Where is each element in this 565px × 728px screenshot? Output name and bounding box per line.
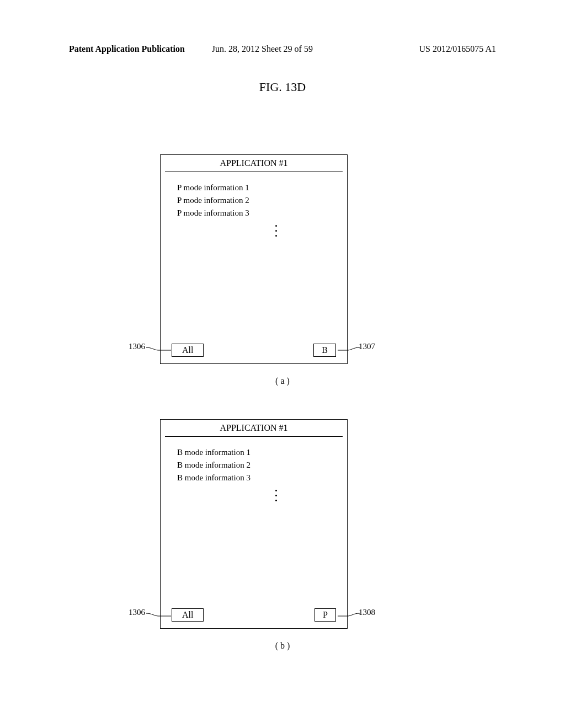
ref-1306-b: 1306 — [129, 608, 145, 617]
button-row-b: All P — [172, 608, 336, 622]
lead-line-icon — [146, 345, 171, 356]
button-row-a: All B — [172, 344, 336, 357]
lead-line-icon — [338, 611, 360, 622]
header-center: Jun. 28, 2012 Sheet 29 of 59 — [212, 44, 313, 54]
list-item: P mode information 2 — [177, 196, 347, 205]
ref-1307: 1307 — [359, 342, 375, 351]
all-button[interactable]: All — [172, 608, 204, 622]
header-left: Patent Application Publication — [69, 44, 185, 54]
b-button[interactable]: B — [313, 344, 336, 357]
app-panel-a: APPLICATION #1 P mode information 1 P mo… — [160, 154, 348, 364]
list-item: B mode information 3 — [177, 473, 347, 483]
ref-1306-a: 1306 — [129, 342, 145, 351]
lead-line-icon — [146, 611, 171, 622]
ref-1308: 1308 — [359, 608, 375, 617]
page-header: Patent Application Publication Jun. 28, … — [69, 44, 496, 54]
lead-line-icon — [338, 345, 360, 356]
p-button[interactable]: P — [315, 608, 336, 622]
app-header-a: APPLICATION #1 — [165, 155, 343, 172]
app-panel-b: APPLICATION #1 B mode information 1 B mo… — [160, 419, 348, 629]
header-right: US 2012/0165075 A1 — [419, 44, 496, 54]
all-button[interactable]: All — [172, 344, 204, 357]
info-list-a: P mode information 1 P mode information … — [161, 172, 347, 238]
sub-label-b: ( b ) — [275, 641, 290, 651]
list-item: B mode information 2 — [177, 461, 347, 470]
vertical-ellipsis-icon — [205, 223, 347, 238]
figure-title: FIG. 13D — [259, 80, 306, 94]
list-item: P mode information 1 — [177, 183, 347, 192]
vertical-ellipsis-icon — [205, 488, 347, 503]
app-header-b: APPLICATION #1 — [165, 420, 343, 437]
list-item: P mode information 3 — [177, 208, 347, 218]
info-list-b: B mode information 1 B mode information … — [161, 437, 347, 503]
sub-label-a: ( a ) — [275, 376, 290, 386]
list-item: B mode information 1 — [177, 448, 347, 457]
